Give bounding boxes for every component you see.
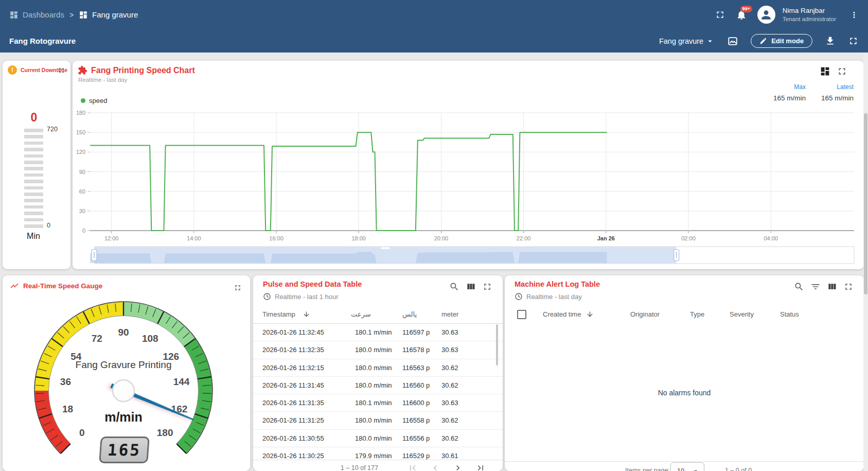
table-row[interactable]: 2026-01-26 11:32:15180.0 m/min116563 p30… bbox=[253, 359, 503, 377]
notifications-bell-icon[interactable]: 99+ bbox=[736, 9, 747, 21]
filter-icon[interactable] bbox=[810, 282, 821, 292]
breadcrumb-fang-gravure[interactable]: Fang gravure bbox=[79, 10, 138, 20]
gauge-hub bbox=[113, 380, 134, 402]
column-header-speed-fa[interactable]: سرعت bbox=[351, 310, 371, 318]
table-cell: 116600 p bbox=[402, 399, 430, 407]
y-axis-tick: 60 bbox=[79, 188, 85, 195]
x-axis-tick: 16:00 bbox=[269, 235, 284, 241]
table-cell: 179.9 m/min bbox=[355, 452, 392, 460]
table-cell: 2026-01-26 11:32:45 bbox=[262, 328, 324, 336]
page-title: Fang Rotogravure bbox=[9, 37, 76, 45]
download-icon[interactable] bbox=[825, 36, 836, 46]
column-header-pulse-fa[interactable]: پالس bbox=[402, 310, 417, 318]
table-row[interactable]: 2026-01-26 11:31:45180.0 m/min116560 p30… bbox=[253, 377, 503, 394]
empty-state-text: No alarms found bbox=[505, 389, 864, 397]
select-all-checkbox[interactable] bbox=[517, 310, 526, 319]
speed-line-chart[interactable]: 030609012015018012:0014:0016:0018:0020:0… bbox=[73, 61, 864, 269]
user-role: Tenant administrator bbox=[783, 15, 836, 23]
chevron-down-icon bbox=[692, 467, 700, 471]
column-header-severity[interactable]: Severity bbox=[730, 310, 754, 318]
column-header-meter[interactable]: meter bbox=[441, 310, 458, 318]
page-scrollbar-thumb[interactable] bbox=[864, 113, 867, 294]
first-page-icon[interactable] bbox=[408, 463, 418, 471]
gauge-center-label: Fang Gravure Printing bbox=[76, 359, 172, 370]
dashboard-toolbar: Fang Rotogravure Fang gravure Edit mode bbox=[0, 29, 868, 53]
table-cell: 30.63 bbox=[441, 346, 458, 354]
gauge-max-label: 720 bbox=[47, 126, 58, 133]
fullscreen-icon[interactable] bbox=[715, 9, 725, 20]
table-row[interactable]: 2026-01-26 11:30:25179.9 m/min116529 p30… bbox=[253, 447, 503, 461]
widget-title: Machine Alert Log Table bbox=[515, 280, 600, 288]
column-header-created-time[interactable]: Created time bbox=[543, 310, 581, 318]
columns-icon[interactable] bbox=[466, 282, 476, 292]
kebab-menu-icon[interactable] bbox=[849, 10, 859, 20]
prev-page-icon[interactable] bbox=[430, 463, 440, 471]
breadcrumb-label: Dashboards bbox=[23, 10, 64, 19]
columns-icon[interactable] bbox=[827, 282, 837, 292]
user-name: Nima Ranjbar bbox=[783, 7, 836, 15]
edit-mode-label: Edit mode bbox=[771, 37, 804, 45]
fullscreen-icon[interactable] bbox=[848, 36, 859, 46]
table-cell: 2026-01-26 11:30:25 bbox=[262, 452, 324, 460]
page-size-value: 10 bbox=[677, 467, 684, 471]
edit-mode-button[interactable]: Edit mode bbox=[751, 34, 812, 48]
user-info: Nima Ranjbar Tenant administrator bbox=[783, 7, 836, 23]
x-axis-tick: 12:00 bbox=[104, 235, 119, 241]
gauge-segment bbox=[24, 167, 43, 170]
table-row[interactable]: 2026-01-26 11:31:35180.1 m/min116600 p30… bbox=[253, 394, 503, 412]
page-size-select[interactable]: 10 bbox=[670, 462, 704, 471]
table-row[interactable]: 2026-01-26 11:31:25180.0 m/min116558 p30… bbox=[253, 412, 503, 429]
sort-desc-icon[interactable] bbox=[303, 310, 310, 318]
column-header-timestamp[interactable]: Timestamp bbox=[262, 310, 295, 318]
table-cell: 180.1 m/min bbox=[355, 328, 392, 336]
image-gallery-icon[interactable] bbox=[727, 36, 738, 47]
gauge-segment bbox=[24, 161, 43, 164]
dashboard-icon bbox=[79, 10, 88, 20]
y-axis-tick: 120 bbox=[76, 149, 85, 155]
alert-log-table-widget: Machine Alert Log Table Realtime - last … bbox=[505, 275, 864, 471]
search-icon[interactable] bbox=[449, 282, 459, 292]
table-cell: 30.62 bbox=[441, 416, 458, 424]
table-row[interactable]: 2026-01-26 11:32:35180.0 m/min116578 p30… bbox=[253, 341, 503, 359]
expand-icon[interactable] bbox=[58, 66, 65, 76]
dashboard-state-selector[interactable]: Fang gravure bbox=[659, 37, 715, 46]
widget-timewindow[interactable]: Realtime - last day bbox=[515, 292, 582, 301]
gauge-segment bbox=[24, 154, 43, 158]
table-cell: 116560 p bbox=[402, 381, 430, 389]
column-header-originator[interactable]: Originator bbox=[630, 310, 660, 318]
next-page-icon[interactable] bbox=[453, 463, 463, 471]
table-cell: 30.61 bbox=[441, 452, 458, 460]
table-cell: 116558 p bbox=[402, 416, 430, 424]
gauge-segment bbox=[24, 180, 43, 183]
notifications-badge: 99+ bbox=[740, 6, 752, 12]
widget-timewindow[interactable]: Realtime - last 1 hour bbox=[263, 292, 339, 301]
x-axis-tick: Jan 26 bbox=[597, 235, 615, 241]
table-scrollbar[interactable] bbox=[496, 324, 498, 365]
table-cell: 116529 p bbox=[402, 452, 430, 460]
gauge-zone bbox=[42, 391, 66, 448]
datazoom-shadow bbox=[90, 252, 607, 263]
gauge-tick-label: 90 bbox=[118, 327, 129, 338]
datazoom-grip[interactable] bbox=[381, 247, 390, 249]
table-row[interactable]: 2026-01-26 11:30:55180.0 m/min116556 p30… bbox=[253, 430, 503, 447]
user-avatar[interactable] bbox=[757, 6, 775, 24]
gauge-digital-value: 165 bbox=[99, 437, 150, 463]
table-cell: 2026-01-26 11:31:35 bbox=[262, 399, 324, 407]
table-row[interactable]: 2026-01-26 11:32:45180.1 m/min116597 p30… bbox=[253, 324, 503, 341]
last-page-icon[interactable] bbox=[475, 463, 486, 471]
x-axis-tick: 02:00 bbox=[681, 235, 696, 241]
page-scrollbar-track[interactable] bbox=[863, 53, 868, 471]
sort-desc-icon[interactable] bbox=[586, 310, 594, 318]
pulse-speed-table-widget: Pulse and Speed Data Table Realtime - la… bbox=[253, 275, 503, 471]
gauge-tick-label: 180 bbox=[157, 427, 173, 438]
gauge-segment bbox=[24, 218, 43, 222]
breadcrumb-separator: > bbox=[69, 11, 74, 19]
fullscreen-icon[interactable] bbox=[482, 282, 492, 292]
breadcrumb-dashboards[interactable]: Dashboards bbox=[9, 10, 64, 20]
column-header-type[interactable]: Type bbox=[690, 310, 704, 318]
fullscreen-icon[interactable] bbox=[843, 282, 854, 292]
table-cell: 180.0 m/min bbox=[355, 381, 392, 389]
search-icon[interactable] bbox=[794, 282, 804, 292]
table-cell: 116556 p bbox=[402, 434, 430, 442]
column-header-status[interactable]: Status bbox=[780, 310, 799, 318]
